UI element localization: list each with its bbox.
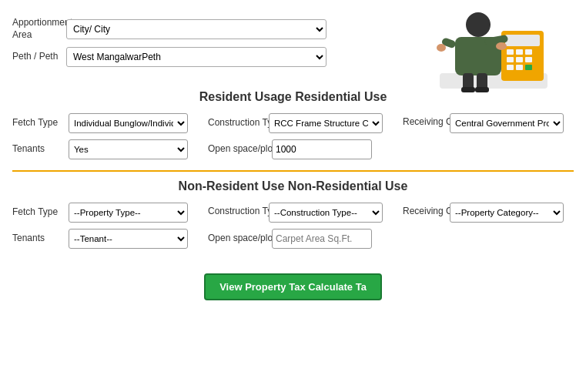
resident-tenants-select[interactable]: Yes No: [69, 139, 188, 159]
svg-rect-10: [516, 65, 523, 70]
nonresident-receiving-category-select[interactable]: --Property Category--: [450, 203, 564, 223]
svg-rect-11: [525, 65, 532, 70]
resident-open-space-group: Open space/plot/mat- area: [208, 139, 372, 159]
svg-rect-5: [525, 49, 532, 55]
peth-select[interactable]: West MangalwarPeth: [66, 47, 326, 67]
button-area: View Property Tax Calculate Ta: [0, 252, 586, 310]
svg-rect-21: [475, 87, 489, 92]
header-area: Apportionment Area City/ City Peth / Pet…: [0, 8, 586, 82]
person-illustration-icon: [401, 8, 555, 92]
resident-receiving-category-select[interactable]: Central Government Proper...: [450, 113, 564, 133]
resident-tenants-label: Tenants: [12, 139, 65, 156]
nonresident-construction-type-group: Construction Type --Construction Type--: [208, 203, 383, 223]
resident-open-space-input[interactable]: [272, 139, 372, 159]
nonresident-tenants-select[interactable]: --Tenant--: [69, 229, 188, 249]
resident-fetch-type-select[interactable]: Individual Bunglow/Individu...: [69, 113, 188, 133]
svg-point-16: [496, 42, 507, 50]
resident-section: Resident Usage Residential Use Fetch Typ…: [0, 82, 586, 172]
resident-receiving-category-label: Receiving Category: [403, 113, 446, 129]
svg-rect-4: [516, 49, 523, 55]
svg-rect-3: [507, 49, 514, 55]
resident-open-space-ctrl: [272, 139, 372, 159]
nonresident-row1: Fetch Type --Property Type-- Constructio…: [0, 199, 586, 226]
resident-tenants-ctrl: Yes No: [69, 139, 188, 159]
resident-fetch-type-ctrl: Individual Bunglow/Individu...: [69, 113, 188, 133]
svg-point-12: [466, 12, 491, 37]
nonresident-construction-type-ctrl: --Construction Type--: [269, 203, 383, 223]
nonresident-construction-type-select[interactable]: --Construction Type--: [269, 203, 383, 223]
svg-rect-2: [505, 35, 540, 46]
nonresident-open-space-label: Open space/plot/mat- area: [208, 229, 268, 245]
svg-rect-6: [507, 57, 514, 62]
nonresident-open-space-group: Open space/plot/mat- area: [208, 229, 372, 249]
apportionment-row: Apportionment Area City/ City: [12, 17, 326, 41]
resident-fetch-type-label: Fetch Type: [12, 113, 65, 129]
resident-row2: Tenants Yes No Open space/plot/mat- area: [0, 136, 586, 162]
svg-rect-20: [461, 87, 475, 92]
resident-construction-type-select[interactable]: RCC Frame Structure Cons...: [269, 113, 383, 133]
nonresident-fetch-type-select[interactable]: --Property Type--: [69, 203, 188, 223]
apportionment-select[interactable]: City/ City: [66, 19, 326, 39]
peth-label: Peth / Peth: [12, 51, 66, 63]
nonresident-receiving-category-label: Receiving Category: [403, 203, 446, 218]
nonresident-tenants-label: Tenants: [12, 229, 65, 245]
svg-point-17: [437, 44, 446, 52]
svg-rect-8: [525, 57, 532, 62]
nonresident-heading: Non-Resident Use Non-Residential Use: [0, 172, 586, 199]
nonresident-open-space-input[interactable]: [272, 229, 372, 249]
nonresident-fetch-type-group: Fetch Type --Property Type--: [12, 203, 188, 223]
page-wrapper: Apportionment Area City/ City Peth / Pet…: [0, 0, 586, 317]
top-dropdowns: Apportionment Area City/ City Peth / Pet…: [0, 11, 339, 79]
resident-construction-type-ctrl: RCC Frame Structure Cons...: [269, 113, 383, 133]
nonresident-row2: Tenants --Tenant-- Open space/plot/mat- …: [0, 226, 586, 252]
apportionment-label: Apportionment Area: [12, 17, 66, 41]
nonresident-fetch-type-label: Fetch Type: [12, 203, 65, 219]
resident-open-space-label: Open space/plot/mat- area: [208, 139, 268, 156]
resident-receiving-category-ctrl: Central Government Proper...: [450, 113, 564, 133]
nonresident-fetch-type-ctrl: --Property Type--: [69, 203, 188, 223]
resident-fetch-type-group: Fetch Type Individual Bunglow/Individu..…: [12, 113, 188, 133]
nonresident-tenants-ctrl: --Tenant--: [69, 229, 188, 249]
nonresident-receiving-category-ctrl: --Property Category--: [450, 203, 564, 223]
nonresident-construction-type-label: Construction Type: [208, 203, 265, 218]
resident-construction-type-label: Construction Type: [208, 113, 265, 129]
resident-construction-type-group: Construction Type RCC Frame Structure Co…: [208, 113, 383, 133]
resident-tenants-group: Tenants Yes No: [12, 139, 188, 159]
nonresident-section: Non-Resident Use Non-Residential Use Fet…: [0, 172, 586, 252]
svg-rect-9: [507, 65, 514, 70]
nonresident-open-space-ctrl: [272, 229, 372, 249]
nonresident-tenants-group: Tenants --Tenant--: [12, 229, 188, 249]
svg-rect-7: [516, 57, 523, 62]
nonresident-receiving-category-group: Receiving Category --Property Category--: [403, 203, 564, 223]
resident-row1: Fetch Type Individual Bunglow/Individu..…: [0, 110, 586, 136]
illustration: [401, 8, 578, 92]
resident-receiving-category-group: Receiving Category Central Government Pr…: [403, 113, 564, 133]
peth-row: Peth / Peth West MangalwarPeth: [12, 47, 326, 67]
calculate-button[interactable]: View Property Tax Calculate Ta: [204, 273, 382, 300]
